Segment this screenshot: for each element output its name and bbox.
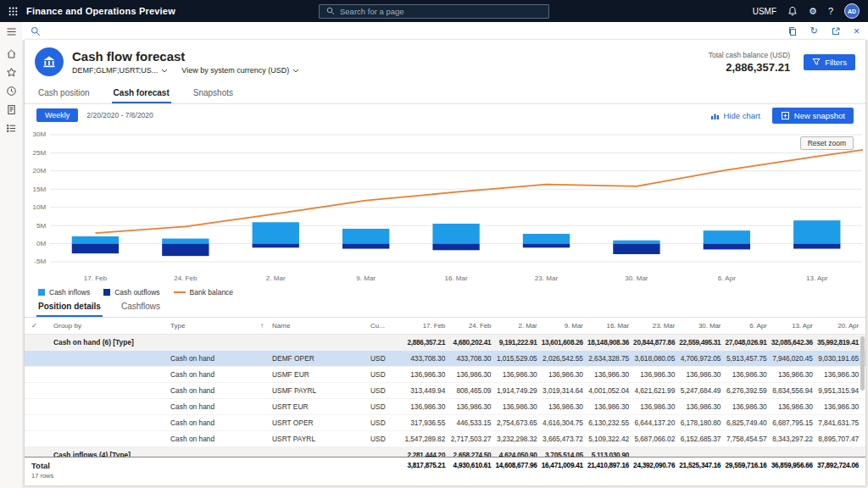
cell-value: 6,825,749.40 [721, 419, 766, 427]
column-header-date[interactable]: 16. Mar [583, 322, 629, 330]
cell-currency: USD [370, 402, 399, 411]
cell-currency: USD [370, 419, 399, 427]
cell-value: 136,986.30 [445, 370, 491, 379]
svg-text:24. Feb: 24. Feb [174, 274, 198, 282]
filters-button[interactable]: Filters [804, 54, 855, 70]
cell-value: 136,986.30 [813, 370, 859, 379]
column-header-date[interactable]: 17. Feb [399, 322, 445, 330]
column-header-date[interactable]: 20. Apr [813, 322, 859, 330]
footer-total-value: 4,930,610.61 [445, 461, 491, 485]
balance-summary: Total cash balance (USD) 2,886,357.21 [709, 51, 790, 74]
cell-type: Cash on hand [170, 354, 272, 363]
cell-value: 6,152,685.37 [675, 435, 721, 443]
column-header-type[interactable]: Type ↑ [170, 322, 272, 330]
group-value: 13,601,608.26 [537, 339, 583, 347]
column-header-date[interactable]: 23. Mar [629, 322, 675, 330]
tab-position-details[interactable]: Position details [36, 302, 103, 317]
column-header-group-by[interactable]: Group by [53, 322, 170, 330]
page-header: Cash flow forecast DEMF;GLMF;USRT;US... … [25, 40, 865, 84]
left-nav-rail [0, 22, 22, 488]
refresh-icon[interactable]: ↻ [810, 26, 818, 36]
cell-value: 4,706,972.05 [675, 354, 721, 363]
column-header-date[interactable]: 30. Mar [675, 322, 721, 330]
cell-value: 9,951,315.94 [813, 386, 859, 395]
legend-cash-inflows: Cash inflows [38, 288, 90, 297]
group-row-cash-on-hand[interactable]: Cash on hand (6) [Type]2,886,357.214,680… [25, 335, 865, 351]
favorites-star-icon[interactable] [6, 67, 17, 78]
row-count: 17 rows [31, 472, 399, 480]
cell-value: 2,634,328.75 [583, 354, 629, 363]
table-row[interactable]: Cash on handUSRT PAYRLUSD1,547,289.822,7… [25, 431, 865, 447]
table-row[interactable]: Cash on handUSRT EURUSD136,986.30136,986… [25, 399, 865, 415]
company-scope-dropdown[interactable]: DEMF;GLMF;USRT;US... [72, 66, 168, 75]
home-icon[interactable] [6, 48, 17, 59]
column-header-name[interactable]: Name [272, 322, 370, 330]
footer-total-value: 21,525,347.16 [675, 461, 721, 485]
table-row[interactable]: Cash on handUSMF PAYRLUSD313,449.94808,4… [25, 383, 865, 399]
tab-snapshots[interactable]: Snapshots [192, 88, 235, 103]
column-header-date[interactable]: 13. Apr [767, 322, 813, 330]
tab-cashflows[interactable]: Cashflows [120, 302, 162, 317]
column-header-date[interactable]: 24. Feb [445, 322, 491, 330]
notifications-bell-icon[interactable] [787, 6, 798, 16]
form-action-bar: ↻ × [22, 22, 868, 40]
group-row-cash-inflows[interactable]: Cash inflows (4) [Type]2,281,444.202,658… [25, 447, 865, 457]
reset-zoom-button[interactable]: Reset zoom [800, 136, 854, 150]
column-header-date[interactable]: 2. Mar [491, 322, 537, 330]
hamburger-menu-icon[interactable] [6, 26, 17, 37]
page-title: Cash flow forecast [72, 49, 299, 64]
cell-currency: USD [370, 435, 399, 443]
cell-value: 136,986.30 [675, 402, 721, 411]
tab-cash-position[interactable]: Cash position [36, 88, 92, 103]
help-icon[interactable]: ? [828, 7, 833, 16]
company-selector[interactable]: USMF [753, 7, 776, 16]
svg-text:5M: 5M [36, 222, 46, 230]
cashflow-workspace-bank-icon [35, 47, 64, 76]
footer-total-value: 36,859,956.66 [767, 461, 813, 485]
legend-cash-outflows: Cash outflows [103, 288, 159, 297]
column-header-date[interactable]: 9. Mar [537, 322, 583, 330]
cell-name: DEMF OPER [272, 354, 370, 363]
table-row[interactable]: Cash on handDEMF OPERUSD433,708.30433,70… [25, 351, 865, 367]
view-by-dropdown[interactable]: View by system currency (USD) [181, 66, 299, 75]
modules-list-icon[interactable] [6, 123, 17, 134]
sort-ascending-icon: ↑ [260, 322, 264, 330]
cell-value: 136,986.30 [537, 402, 583, 411]
copy-icon[interactable] [787, 26, 798, 36]
group-label: Cash inflows (4) [Type] [53, 451, 399, 457]
group-value: 3,705,514.05 [537, 452, 583, 458]
close-icon[interactable]: × [854, 26, 860, 36]
group-value: 4,680,202.41 [445, 339, 491, 347]
waffle-menu-icon[interactable] [8, 7, 18, 16]
table-row[interactable]: Cash on handUSRT OPERUSD317,936.55446,53… [25, 415, 865, 431]
hide-chart-link[interactable]: Hide chart [710, 111, 760, 120]
column-header-currency[interactable]: Cu... [370, 322, 399, 330]
svg-text:15M: 15M [33, 186, 47, 193]
group-value: 9,191,222.91 [491, 339, 537, 347]
cell-value: 5,247,684.49 [675, 386, 721, 395]
cell-value: 136,986.30 [721, 402, 766, 411]
cell-value: 3,232,298.32 [491, 435, 537, 443]
open-in-new-window-icon[interactable] [831, 26, 841, 36]
app-title: Finance and Operations Preview [26, 6, 175, 16]
vertical-scrollbar[interactable] [860, 336, 865, 391]
tab-cash-forecast[interactable]: Cash forecast [112, 88, 171, 103]
top-search-box[interactable]: Search for a page [319, 4, 549, 19]
workspace-tabs: Cash position Cash forecast Snapshots [25, 84, 865, 104]
cell-value: 8,895,707.47 [813, 435, 859, 443]
cell-value: 3,019,314.64 [537, 386, 583, 395]
worklist-document-icon[interactable] [6, 104, 17, 115]
period-weekly-button[interactable]: Weekly [36, 108, 78, 122]
table-row[interactable]: Cash on handUSMF EURUSD136,986.30136,986… [25, 367, 865, 383]
avatar[interactable]: AD [844, 3, 860, 19]
recent-clock-icon[interactable] [6, 86, 17, 97]
column-header-date[interactable]: 6. Apr [721, 322, 766, 330]
cell-value: 2,026,542.55 [537, 354, 583, 363]
page-search-icon[interactable] [31, 26, 41, 36]
new-snapshot-button[interactable]: New snapshot [772, 108, 854, 124]
select-all-checkmark[interactable]: ✓ [31, 322, 53, 330]
cell-currency: USD [370, 386, 399, 395]
balance-label: Total cash balance (USD) [709, 51, 790, 59]
settings-gear-icon[interactable]: ⚙ [809, 7, 817, 16]
cashflow-combo-chart[interactable]: -5M0M5M10M15M20M25M30M17. Feb24. Feb2. M… [25, 126, 865, 286]
